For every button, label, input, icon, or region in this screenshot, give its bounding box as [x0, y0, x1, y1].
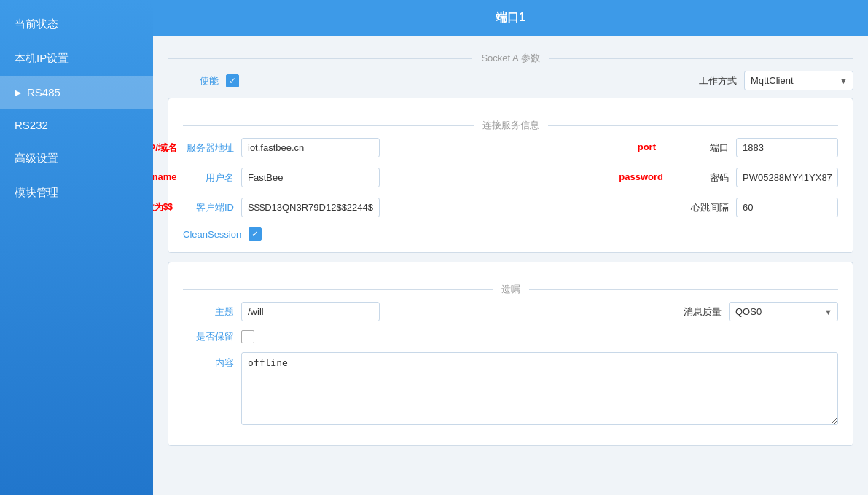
username-password-row: username 用户名 password 密码 [183, 168, 838, 187]
sidebar-item-local-ip[interactable]: 本机IP设置 [0, 42, 153, 76]
qos-select[interactable]: QOS0 QOS1 QOS2 [729, 302, 838, 321]
work-mode-label: 工作方式 [679, 74, 737, 87]
will-card: 遗嘱 主题 消息质量 QOS0 QOS1 QOS2 ▼ [168, 262, 853, 446]
server-port-row: IP/域名 服务器地址 port 端口 [183, 138, 838, 157]
arrow-right-icon: ▶ [15, 87, 21, 98]
page-title: 端口1 [496, 11, 525, 23]
enable-row: 使能 ✓ 工作方式 MqttClient TcpClient TcpServer… [168, 71, 853, 90]
socket-a-section-label: Socket A 参数 [472, 52, 548, 65]
port-input[interactable] [736, 138, 838, 157]
sidebar-item-label: RS485 [27, 86, 60, 98]
client-id-input[interactable] [241, 198, 380, 217]
enable-label: 使能 [168, 74, 219, 87]
password-label: 密码 [678, 171, 729, 184]
sidebar-item-rs485[interactable]: ▶ RS485 [0, 76, 153, 109]
sidebar-item-module-mgmt[interactable]: 模块管理 [0, 176, 153, 210]
port-label: 端口 [678, 141, 729, 155]
content-label: 内容 [183, 352, 234, 370]
content-area: Socket A 参数 使能 ✓ 工作方式 MqttClient TcpClie… [153, 36, 868, 495]
retain-row: 是否保留 [183, 330, 838, 343]
sidebar-item-label: 当前状态 [15, 17, 58, 31]
retain-checkbox[interactable] [241, 330, 254, 343]
topic-label: 主题 [183, 305, 234, 319]
topic-qos-row: 主题 消息质量 QOS0 QOS1 QOS2 ▼ [183, 302, 838, 321]
page-header: 端口1 [153, 0, 868, 36]
will-section-label: 遗嘱 [493, 283, 529, 296]
username-label: 用户名 [183, 171, 234, 184]
clean-session-row: CleanSession ✓ [183, 227, 838, 241]
clean-session-checkbox[interactable]: ✓ [249, 227, 262, 241]
sidebar-item-advanced[interactable]: 高级设置 [0, 141, 153, 176]
server-addr-label: 服务器地址 [183, 141, 234, 155]
username-annotation: username [153, 171, 176, 182]
client-id-label: 客户端ID [183, 201, 234, 214]
server-addr-input[interactable] [241, 138, 380, 157]
sidebar-item-rs232[interactable]: RS232 [0, 109, 153, 141]
qos-label: 消息质量 [670, 305, 722, 319]
heartbeat-input[interactable] [736, 198, 838, 217]
sidebar: 当前状态 本机IP设置 ▶ RS485 RS232 高级设置 模块管理 [0, 0, 153, 495]
will-section-header: 遗嘱 [183, 283, 838, 296]
sidebar-item-label: 模块管理 [15, 186, 58, 200]
check-icon-2: ✓ [251, 230, 259, 238]
clean-session-label: CleanSession [183, 229, 241, 240]
work-mode-select-wrapper: MqttClient TcpClient TcpServer UdpClient… [744, 71, 853, 90]
socket-a-section-header: Socket A 参数 [168, 52, 853, 65]
username-input[interactable] [241, 168, 380, 187]
clientid-annotation: 这里&需要更改为$$ [153, 201, 173, 214]
qos-select-wrapper: QOS0 QOS1 QOS2 ▼ [729, 302, 838, 321]
port-annotation: port [638, 141, 656, 152]
sidebar-item-label: 高级设置 [15, 152, 58, 165]
main-content: 端口1 Socket A 参数 使能 ✓ 工作方式 MqttClient Tcp… [153, 0, 868, 495]
connection-section-label: 连接服务信息 [474, 119, 548, 132]
content-row: 内容 offline [183, 352, 838, 425]
password-input[interactable] [736, 168, 838, 187]
content-textarea[interactable]: offline [241, 352, 838, 425]
clientid-heartbeat-row: 这里&需要更改为$$ 客户端ID 心跳间隔 [183, 198, 838, 217]
sidebar-item-current-status[interactable]: 当前状态 [0, 7, 153, 42]
connection-info-card: 连接服务信息 IP/域名 服务器地址 port 端口 username 用户名 [168, 98, 853, 253]
sidebar-item-label: RS232 [15, 119, 48, 131]
ip-domain-annotation: IP/域名 [153, 141, 177, 155]
enable-checkbox[interactable]: ✓ [226, 74, 239, 87]
topic-input[interactable] [241, 302, 380, 321]
password-annotation: password [619, 171, 663, 182]
sidebar-item-label: 本机IP设置 [15, 52, 69, 66]
connection-section-header: 连接服务信息 [183, 119, 838, 132]
heartbeat-label: 心跳间隔 [678, 201, 729, 214]
retain-label: 是否保留 [183, 330, 234, 343]
check-icon: ✓ [229, 77, 236, 85]
work-mode-select[interactable]: MqttClient TcpClient TcpServer UdpClient [744, 71, 853, 90]
